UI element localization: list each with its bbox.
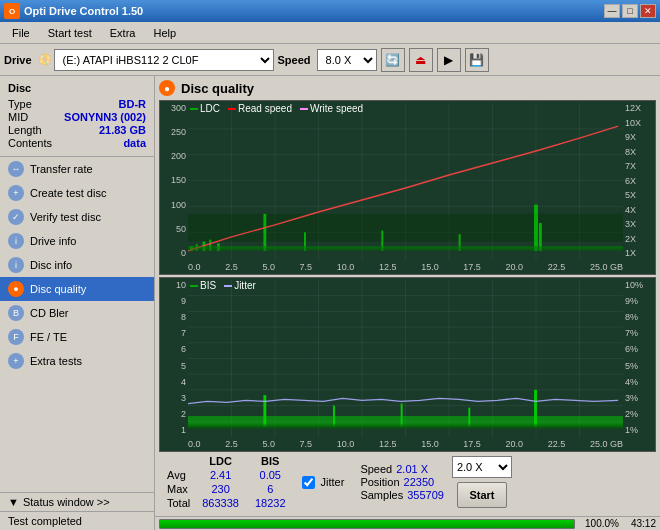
sidebar-status: ▼ Status window >> Test completed: [0, 492, 154, 530]
svg-rect-51: [534, 390, 537, 427]
app-icon: O: [4, 3, 20, 19]
bis-chart: BIS Jitter 10 9 8 7 6 5 4: [159, 277, 656, 452]
disc-contents-row: Contents data: [8, 137, 146, 149]
bis-chart-svg: [188, 280, 623, 437]
ldc-y-axis-right: 12X 10X 9X 8X 7X 6X 5X 4X 3X 2X 1X: [623, 101, 655, 258]
sidebar-item-fe-te[interactable]: F FE / TE: [0, 325, 154, 349]
eject-button[interactable]: ⏏: [409, 48, 433, 72]
jitter-label: Jitter: [321, 476, 345, 488]
drive-select[interactable]: (E:) ATAPI iHBS112 2 CL0F: [54, 49, 274, 71]
speed-select[interactable]: 8.0 X: [317, 49, 377, 71]
stats-avg-ldc: 2.41: [194, 468, 247, 482]
jitter-legend-item: Jitter: [224, 280, 256, 291]
jitter-checkbox[interactable]: [302, 476, 315, 489]
samples-row: Samples 355709: [360, 489, 444, 501]
bis-legend-label: BIS: [200, 280, 216, 291]
disc-type-value: BD-R: [119, 98, 147, 110]
disc-title: Disc: [8, 82, 146, 94]
svg-rect-21: [534, 205, 538, 251]
stats-avg-bis: 0.05: [247, 468, 294, 482]
sidebar: Disc Type BD-R MID SONYNN3 (002) Length …: [0, 76, 155, 530]
disc-length-value: 21.83 GB: [99, 124, 146, 136]
maximize-button[interactable]: □: [622, 4, 638, 18]
refresh-button[interactable]: 🔄: [381, 48, 405, 72]
speed-value: 2.01 X: [396, 463, 428, 475]
speed-setting-select[interactable]: 2.0 X: [452, 456, 512, 478]
sidebar-item-create-test-disc[interactable]: + Create test disc: [0, 181, 154, 205]
time-text: 43:12: [631, 518, 656, 529]
sidebar-item-extra-tests[interactable]: + Extra tests: [0, 349, 154, 373]
read-speed-legend-item: Read speed: [228, 103, 292, 114]
save-button[interactable]: 💾: [465, 48, 489, 72]
menu-file[interactable]: File: [4, 25, 38, 41]
speed-position-area: Speed 2.01 X Position 22350 Samples 3557…: [360, 463, 444, 501]
disc-length-label: Length: [8, 124, 42, 136]
menu-help[interactable]: Help: [145, 25, 184, 41]
svg-rect-48: [333, 406, 335, 427]
stats-total-ldc: 863338: [194, 496, 247, 510]
stats-bis-header: BIS: [247, 454, 294, 468]
jitter-area: Jitter: [302, 476, 345, 489]
stats-total-label: Total: [163, 496, 194, 510]
speed-row: Speed 2.01 X: [360, 463, 444, 475]
speed-label: Speed: [278, 54, 311, 66]
write-speed-legend-label: Write speed: [310, 103, 363, 114]
ldc-legend-label: LDC: [200, 103, 220, 114]
menu-extra[interactable]: Extra: [102, 25, 144, 41]
svg-rect-49: [401, 404, 403, 427]
status-window-button[interactable]: ▼ Status window >>: [0, 493, 154, 512]
disc-contents-label: Contents: [8, 137, 52, 149]
dq-title: Disc quality: [181, 81, 254, 96]
disc-quality-icon: ●: [8, 281, 24, 297]
test-completed-label: Test completed: [0, 512, 154, 530]
sidebar-item-verify-test-disc[interactable]: ✓ Verify test disc: [0, 205, 154, 229]
fe-te-icon: F: [8, 329, 24, 345]
svg-rect-47: [263, 395, 266, 426]
stats-max-ldc: 230: [194, 482, 247, 496]
sidebar-item-disc-info[interactable]: i Disc info: [0, 253, 154, 277]
progress-text: 100.0%: [579, 518, 619, 529]
disc-mid-value: SONYNN3 (002): [64, 111, 146, 123]
title-buttons: — □ ✕: [604, 4, 656, 18]
start-button[interactable]: Start: [457, 482, 507, 508]
position-label: Position: [360, 476, 399, 488]
sidebar-item-disc-quality[interactable]: ● Disc quality: [0, 277, 154, 301]
read-speed-legend-dot: [228, 108, 236, 110]
charts-container: LDC Read speed Write speed 300: [159, 100, 656, 452]
toolbar: Drive 📀 (E:) ATAPI iHBS112 2 CL0F Speed …: [0, 44, 660, 76]
speed-label: Speed: [360, 463, 392, 475]
bis-legend-dot: [190, 285, 198, 287]
progress-bar-track: [159, 519, 575, 529]
disc-quality-panel: ● Disc quality LDC Read speed: [155, 76, 660, 516]
ldc-chart-svg: [188, 103, 623, 260]
title-bar: O Opti Drive Control 1.50 — □ ✕: [0, 0, 660, 22]
disc-mid-row: MID SONYNN3 (002): [8, 111, 146, 123]
jitter-legend-dot: [224, 285, 232, 287]
menu-start-test[interactable]: Start test: [40, 25, 100, 41]
sidebar-item-cd-bler[interactable]: B CD Bler: [0, 301, 154, 325]
progress-container: 100.0% 43:12: [155, 516, 660, 530]
jitter-legend-label: Jitter: [234, 280, 256, 291]
svg-rect-27: [188, 246, 623, 251]
bis-chart-plot: [188, 280, 623, 437]
drive-info-icon: i: [8, 233, 24, 249]
drive-label: Drive: [4, 54, 32, 66]
stats-table: LDC BIS Avg 2.41 0.05 Max 230 6 Total: [163, 454, 294, 510]
sidebar-item-drive-info[interactable]: i Drive info: [0, 229, 154, 253]
disc-contents-value: data: [123, 137, 146, 149]
bis-x-axis: 0.0 2.5 5.0 7.5 10.0 12.5 15.0 17.5 20.0…: [188, 437, 623, 451]
bis-legend: BIS Jitter: [190, 280, 256, 291]
ldc-legend-item: LDC: [190, 103, 220, 114]
minimize-button[interactable]: —: [604, 4, 620, 18]
verify-test-disc-icon: ✓: [8, 209, 24, 225]
close-button[interactable]: ✕: [640, 4, 656, 18]
disc-info-icon: i: [8, 257, 24, 273]
samples-label: Samples: [360, 489, 403, 501]
svg-rect-23: [263, 214, 266, 251]
position-row: Position 22350: [360, 476, 444, 488]
content-area: ● Disc quality LDC Read speed: [155, 76, 660, 530]
sidebar-item-transfer-rate[interactable]: ↔ Transfer rate: [0, 157, 154, 181]
progress-bar-fill: [160, 520, 574, 528]
action-button[interactable]: ▶: [437, 48, 461, 72]
app-title: Opti Drive Control 1.50: [24, 5, 143, 17]
